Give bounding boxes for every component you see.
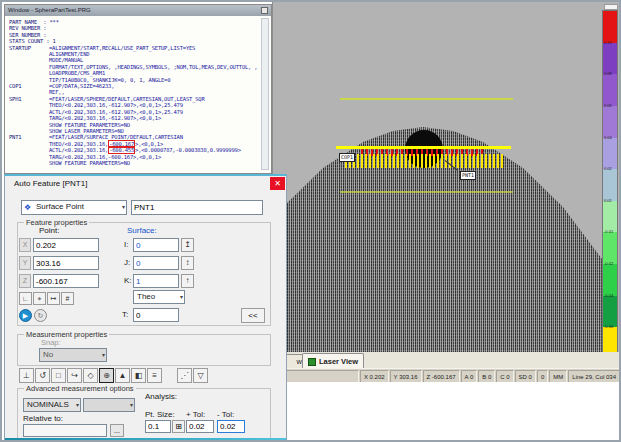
- i-label: I:: [124, 240, 128, 249]
- j-label: J:: [124, 258, 130, 267]
- peak-point-icon[interactable]: ▲: [115, 368, 130, 383]
- edit-window[interactable]: Window - SpheraPartTest.PRG PART NAME : …: [4, 4, 272, 174]
- close-icon[interactable]: ✕: [270, 177, 285, 190]
- pt-size-input[interactable]: [145, 420, 171, 433]
- theo-dropdown[interactable]: Theo ▾: [133, 290, 185, 304]
- status-items: X 0.202Y 303.16Z -600.167A 0B 0C 0SD 00M…: [359, 369, 620, 383]
- feature-type-value: Surface Point: [36, 202, 84, 211]
- measurement-tools: ⊥↺□↪◇⊕▲◧≡: [19, 368, 163, 383]
- editor-scrollbar[interactable]: [261, 18, 269, 170]
- snap-dropdown[interactable]: No ▾: [39, 348, 107, 362]
- color-scale-segment: 0.01: [603, 201, 617, 233]
- code-line: SHOW FEATURE PARAMETERS=NO: [9, 160, 261, 166]
- color-scale-tick: -0.01: [604, 229, 613, 234]
- color-scale-segment: 0.04: [603, 138, 617, 170]
- measure-run-tools: ▶↻: [19, 309, 47, 322]
- edit-window-titlebar[interactable]: Window - SpheraPartTest.PRG: [5, 5, 271, 16]
- dialog-title: Auto Feature [PNT1]: [14, 179, 87, 188]
- edit-window-menu-icon[interactable]: [261, 7, 268, 14]
- deviation-ticks-yellow: [345, 154, 505, 168]
- scan-line-top: [340, 98, 513, 100]
- x-axis-button[interactable]: X: [19, 238, 31, 252]
- chevron-down-icon: ▾: [76, 399, 79, 411]
- dialog-titlebar[interactable]: Auto Feature [PNT1] ✕: [5, 176, 286, 193]
- k-vector-input[interactable]: [133, 274, 179, 288]
- scan-line-bottom: [340, 191, 513, 193]
- color-scale-tick: 0.10: [604, 40, 612, 45]
- multi-section-icon[interactable]: ≡: [147, 368, 162, 383]
- laser-view-panel[interactable]: COP1 PNT1 0.100.080.060.040.020.01-0.01-…: [272, 2, 621, 354]
- pt-size-label: Pt. Size:: [145, 410, 175, 419]
- collapse-dialog-button[interactable]: <<: [241, 308, 265, 323]
- color-scale-tick: 0.06: [604, 103, 612, 108]
- pt-size-picker-icon[interactable]: ⊞: [172, 420, 185, 433]
- probe-depth-icon[interactable]: ⊥: [19, 368, 34, 383]
- z-axis-button[interactable]: Z: [19, 274, 31, 288]
- measurement-properties-legend: Measurement properties: [24, 330, 109, 339]
- laser-view-icon: [308, 358, 316, 366]
- color-scale-segment: 0.02: [603, 169, 617, 201]
- j-vector-input[interactable]: [133, 256, 179, 270]
- color-scale-segment: [603, 11, 617, 43]
- color-scale-tick: -0.06: [604, 324, 613, 329]
- color-scale-tick: 0.04: [604, 135, 612, 140]
- pnt1-feature-label[interactable]: PNT1: [460, 171, 476, 180]
- grid-icon[interactable]: #: [61, 292, 74, 305]
- x-coordinate-input[interactable]: [33, 238, 99, 252]
- application-window: COP1 PNT1 0.100.080.060.040.020.01-0.01-…: [0, 0, 621, 442]
- surface-point-icon: ❖: [24, 203, 31, 213]
- i-vector-input[interactable]: [133, 238, 179, 252]
- box-region-icon[interactable]: □: [51, 368, 66, 383]
- color-scale-segment: 0.08: [603, 74, 617, 106]
- feature-type-dropdown[interactable]: ❖ Surface Point ▾: [21, 200, 127, 215]
- axis-mode-icon[interactable]: ∟: [19, 292, 32, 305]
- vector-pin-icon[interactable]: ↥: [181, 238, 194, 252]
- remeasure-button[interactable]: ↻: [34, 309, 47, 322]
- relative-to-label: Relative to:: [23, 414, 63, 423]
- minus-tol-label: - Tol:: [217, 410, 234, 419]
- measure-now-button[interactable]: ▶: [19, 309, 32, 322]
- flip-vector-icon[interactable]: ↕: [181, 256, 194, 270]
- return-path-icon[interactable]: ↪: [67, 368, 82, 383]
- k-label: K:: [124, 276, 132, 285]
- z-coordinate-input[interactable]: [33, 274, 99, 288]
- browse-button[interactable]: ...: [110, 424, 124, 437]
- color-scale-tick: 0.08: [604, 71, 612, 76]
- color-scale-segment: -0.04: [603, 296, 617, 328]
- cop1-feature-label[interactable]: COP1: [339, 153, 355, 162]
- surface-label[interactable]: Surface:: [127, 226, 157, 235]
- nominals-dropdown[interactable]: NOMINALS ▾: [23, 398, 81, 412]
- edge-point-icon[interactable]: ◧: [131, 368, 146, 383]
- point-path-icon[interactable]: ⋰: [177, 368, 192, 383]
- relative-to-input[interactable]: [23, 424, 107, 437]
- view-tab-bar: w Laser View: [272, 352, 620, 369]
- measurement-tools-extra: ⋰▽: [177, 368, 209, 383]
- polygon-region-icon[interactable]: ◇: [83, 368, 98, 383]
- crosshair-target-icon[interactable]: ⊕: [99, 368, 114, 383]
- plus-tol-input[interactable]: [186, 420, 214, 433]
- feature-name-input[interactable]: [131, 200, 263, 215]
- analysis-label: Analysis:: [145, 392, 177, 401]
- offset-point-icon[interactable]: ↦: [47, 292, 60, 305]
- program-code[interactable]: PART NAME : ***REV NUMBER :SER NUMBER :S…: [9, 19, 261, 171]
- color-scale-tick: 0.01: [604, 198, 612, 203]
- nominals-mode-dropdown[interactable]: ▾: [83, 398, 135, 412]
- find-nominals-icon[interactable]: ⌖: [33, 292, 46, 305]
- t-input[interactable]: [133, 308, 179, 322]
- rotate-path-icon[interactable]: ↺: [35, 368, 50, 383]
- tab-laser-view[interactable]: Laser View: [302, 353, 364, 369]
- filter-icon[interactable]: ▽: [193, 368, 208, 383]
- minus-tol-input[interactable]: [217, 420, 245, 433]
- snap-label: Snap:: [41, 338, 61, 347]
- color-scale-segment: -0.02: [603, 264, 617, 296]
- y-coordinate-input[interactable]: [33, 256, 99, 270]
- snap-vector-icon[interactable]: ↑: [181, 274, 194, 288]
- chevron-down-icon: ▾: [102, 349, 105, 361]
- deviation-color-scale[interactable]: 0.100.080.060.040.020.01-0.01-0.02-0.04-…: [602, 10, 618, 360]
- chevron-down-icon: ▾: [180, 291, 183, 303]
- t-label: T:: [122, 310, 128, 319]
- color-scale-tick: 0.02: [604, 166, 612, 171]
- plus-tol-label: + Tol:: [186, 410, 205, 419]
- snap-value: No: [43, 350, 53, 359]
- y-axis-button[interactable]: Y: [19, 256, 31, 270]
